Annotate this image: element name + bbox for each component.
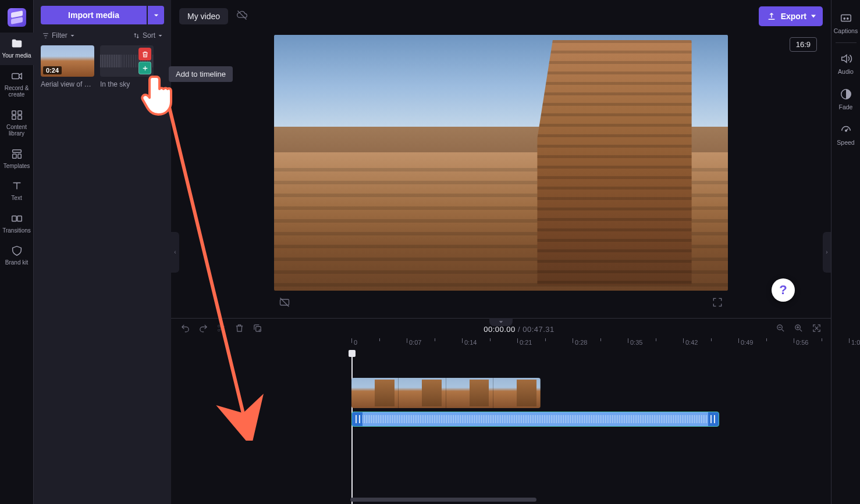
timeline-collapse-toggle[interactable] bbox=[489, 318, 513, 326]
media-panel: Import media Filter Sort 0:24 Aerial vie… bbox=[34, 0, 171, 504]
preview-area: 5 5 bbox=[171, 33, 831, 318]
media-duration: 0:24 bbox=[43, 66, 62, 74]
rail-label: Transitions bbox=[2, 227, 31, 234]
timeline-scrollbar[interactable] bbox=[342, 497, 801, 503]
rr-speed[interactable]: Speed bbox=[831, 117, 861, 153]
filter-icon bbox=[42, 32, 49, 40]
media-item-video[interactable]: 0:24 Aerial view of … ✓ bbox=[41, 45, 94, 88]
media-item-audio[interactable]: In the sky bbox=[100, 45, 154, 88]
collapse-right-panel[interactable]: › bbox=[823, 232, 831, 273]
svg-rect-4 bbox=[17, 115, 21, 119]
speaker-icon bbox=[840, 52, 852, 65]
import-media-button[interactable]: Import media bbox=[41, 6, 147, 24]
svg-rect-8 bbox=[12, 216, 16, 221]
templates-icon bbox=[10, 148, 23, 160]
playhead[interactable] bbox=[351, 352, 353, 504]
rr-label: Speed bbox=[837, 139, 854, 146]
player-controls: 5 5 bbox=[274, 291, 728, 316]
hide-overlay-button[interactable] bbox=[279, 296, 290, 310]
rr-fade[interactable]: Fade bbox=[831, 82, 861, 117]
rail-record-create[interactable]: Record & create bbox=[0, 65, 34, 104]
main-area: My video Export 16:9 ‹ › 5 5 bbox=[171, 0, 831, 504]
duplicate-button[interactable] bbox=[253, 323, 262, 335]
trash-icon bbox=[141, 51, 149, 58]
media-name: Aerial view of … bbox=[41, 80, 91, 88]
right-rail: Captions Audio Fade Speed bbox=[831, 0, 860, 504]
rail-brand-kit[interactable]: Brand kit bbox=[0, 240, 34, 272]
aspect-ratio-button[interactable]: 16:9 bbox=[790, 37, 817, 52]
time-sep: / bbox=[518, 325, 523, 334]
rail-templates[interactable]: Templates bbox=[0, 143, 34, 176]
video-clip[interactable] bbox=[351, 378, 541, 408]
svg-point-21 bbox=[845, 130, 847, 132]
zoom-out-button[interactable] bbox=[776, 323, 786, 335]
rail-label: Your media bbox=[2, 52, 31, 59]
topbar: My video Export bbox=[171, 0, 831, 33]
rail-content-library[interactable]: Content library bbox=[0, 104, 34, 143]
speed-icon bbox=[840, 123, 852, 136]
upload-icon bbox=[767, 12, 776, 21]
rail-label: Content library bbox=[1, 124, 33, 137]
transitions-icon bbox=[10, 212, 23, 225]
timeline-ruler[interactable]: 00:070:140:210:280:350:420:490:561:031:1… bbox=[171, 339, 831, 352]
rail-label: Templates bbox=[3, 163, 30, 170]
export-button[interactable]: Export bbox=[759, 6, 823, 26]
undo-button[interactable] bbox=[180, 323, 190, 335]
sort-button[interactable]: Sort bbox=[133, 31, 163, 40]
svg-rect-9 bbox=[17, 216, 21, 221]
timeline-tracks[interactable] bbox=[171, 352, 831, 504]
sort-icon bbox=[133, 32, 140, 40]
folder-icon bbox=[10, 37, 23, 50]
filter-button[interactable]: Filter bbox=[42, 31, 75, 40]
sort-label: Sort bbox=[143, 31, 155, 40]
timeline: 00:00.00 / 00:47.31 00:070:140:210:280:3… bbox=[171, 318, 831, 504]
zoom-fit-button[interactable] bbox=[812, 323, 822, 335]
fade-icon bbox=[840, 88, 852, 101]
chevron-down-icon bbox=[158, 33, 163, 38]
rr-audio[interactable]: Audio bbox=[831, 47, 861, 82]
help-button[interactable]: ? bbox=[772, 278, 795, 302]
collapse-left-panel[interactable]: ‹ bbox=[171, 232, 179, 273]
zoom-in-button[interactable] bbox=[794, 323, 804, 335]
export-label: Export bbox=[781, 12, 806, 21]
svg-rect-1 bbox=[12, 110, 15, 114]
check-icon: ✓ bbox=[94, 80, 94, 88]
redo-button[interactable] bbox=[198, 323, 208, 335]
rail-label: Brand kit bbox=[5, 259, 28, 266]
app-logo[interactable] bbox=[8, 8, 26, 27]
brand-kit-icon bbox=[10, 244, 23, 257]
text-icon bbox=[10, 180, 23, 192]
fullscreen-button[interactable] bbox=[712, 296, 723, 310]
svg-rect-3 bbox=[12, 115, 15, 119]
rail-label: Record & create bbox=[1, 85, 33, 98]
svg-rect-2 bbox=[17, 110, 21, 114]
scrollbar-thumb[interactable] bbox=[350, 498, 536, 502]
total-time: 00:47.31 bbox=[523, 325, 555, 334]
rail-your-media[interactable]: Your media bbox=[0, 33, 34, 65]
rr-captions[interactable]: Captions bbox=[831, 6, 861, 41]
preview-canvas[interactable] bbox=[274, 35, 728, 291]
project-title-input[interactable]: My video bbox=[179, 8, 228, 24]
rr-label: Captions bbox=[834, 27, 858, 34]
rail-transitions[interactable]: Transitions bbox=[0, 208, 34, 240]
delete-button[interactable] bbox=[234, 323, 244, 335]
svg-rect-5 bbox=[12, 149, 21, 152]
add-to-timeline-button[interactable] bbox=[138, 62, 151, 74]
svg-rect-7 bbox=[17, 154, 21, 158]
chevron-down-icon bbox=[153, 12, 159, 19]
cloud-sync-off-icon[interactable] bbox=[236, 9, 248, 23]
camera-icon bbox=[10, 70, 23, 83]
plus-icon bbox=[141, 65, 149, 72]
left-rail: Your media Record & create Content libra… bbox=[0, 0, 34, 504]
split-button[interactable] bbox=[216, 323, 226, 335]
rail-label: Text bbox=[11, 195, 22, 202]
rr-label: Fade bbox=[839, 103, 853, 110]
filter-label: Filter bbox=[52, 31, 67, 40]
rr-label: Audio bbox=[838, 68, 854, 75]
svg-rect-0 bbox=[12, 73, 19, 78]
audio-clip[interactable] bbox=[351, 412, 719, 427]
rail-text[interactable]: Text bbox=[0, 175, 34, 208]
import-media-dropdown[interactable] bbox=[148, 6, 164, 24]
delete-media-button[interactable] bbox=[138, 48, 151, 60]
captions-icon bbox=[840, 12, 852, 24]
